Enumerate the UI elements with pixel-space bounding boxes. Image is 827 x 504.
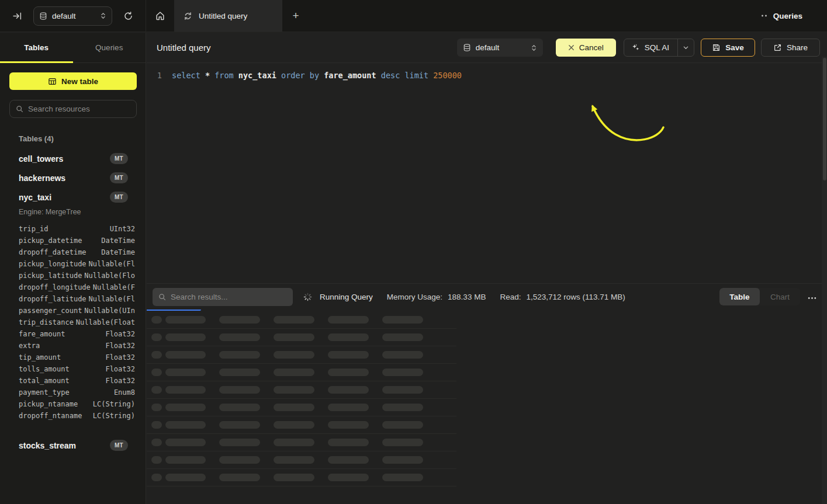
main-panel: Untitled query default <box>147 33 827 504</box>
skeleton-cell <box>165 351 206 359</box>
column-row: pickup_longitudeNullable(Fl <box>19 258 135 270</box>
tab-title: Untitled query <box>199 12 247 20</box>
skeleton-cell <box>328 421 369 429</box>
table-name: nyc_taxi <box>19 193 110 202</box>
query-database-value: default <box>476 43 526 52</box>
share-button[interactable]: Share <box>761 39 820 57</box>
top-bar-right: Queries <box>761 0 827 32</box>
engine-badge: MT <box>110 153 128 164</box>
home-button[interactable] <box>146 0 174 32</box>
sql-query-text: select * from nyc_taxi order by fare_amo… <box>172 69 462 81</box>
close-icon <box>568 44 575 51</box>
database-selector[interactable]: default <box>33 6 112 26</box>
table-row-skeleton <box>147 451 456 469</box>
view-toggle-table[interactable]: Table <box>719 288 760 305</box>
table-row-skeleton <box>147 364 456 381</box>
sql-ai-label: SQL AI <box>645 43 669 52</box>
table-row-skeleton <box>147 346 456 364</box>
refresh-button[interactable] <box>120 8 136 23</box>
cancel-button[interactable]: Cancel <box>556 39 616 57</box>
skeleton-cell <box>274 351 314 359</box>
skeleton-cell <box>219 439 260 446</box>
sidebar-tab-queries[interactable]: Queries <box>73 33 146 62</box>
save-icon <box>712 43 721 52</box>
column-row: tip_amountFloat32 <box>19 352 135 363</box>
skeleton-cell <box>165 316 206 324</box>
skeleton-cell <box>151 421 162 429</box>
code-line: 1 select * from nyc_taxi order by fare_a… <box>147 69 827 81</box>
sidebar-item-cell-towers[interactable]: cell_towers MT <box>0 149 146 168</box>
query-status: Running Query <box>320 293 373 301</box>
skeleton-cell <box>328 316 369 324</box>
sidebar-item-hackernews[interactable]: hackernews MT <box>0 168 146 187</box>
tab-untitled-query[interactable]: Untitled query <box>174 0 282 32</box>
column-row: fare_amountFloat32 <box>19 328 135 340</box>
database-icon <box>463 43 471 52</box>
column-row: dropoff_datetimeDateTime <box>19 246 135 258</box>
column-row: pickup_datetimeDateTime <box>19 235 135 246</box>
query-database-selector[interactable]: default <box>457 39 543 57</box>
results-toolbar: Running Query Memory Usage: 188.33 MB Re… <box>147 283 827 310</box>
refresh-icon <box>123 11 133 21</box>
column-row: pickup_latitudeNullable(Flo <box>19 270 135 281</box>
share-label: Share <box>787 43 808 52</box>
sql-ai-button[interactable]: SQL AI <box>624 39 677 56</box>
column-row: trip_distanceNullable(Float <box>19 317 135 328</box>
query-title: Untitled query <box>157 43 211 53</box>
new-table-button[interactable]: New table <box>9 72 137 90</box>
skeleton-cell <box>165 421 206 429</box>
column-row: dropoff_latitudeNullable(Fl <box>19 293 135 305</box>
more-options-button[interactable] <box>808 293 816 301</box>
skeleton-cell <box>219 386 260 394</box>
tab-strip: Untitled query + <box>146 0 761 32</box>
search-icon <box>16 105 23 113</box>
column-row: total_amountFloat32 <box>19 375 135 387</box>
query-header: Untitled query default <box>147 33 827 63</box>
skeleton-cell <box>151 316 162 324</box>
top-bar: default <box>0 0 827 32</box>
column-row: extraFloat32 <box>19 340 135 352</box>
skeleton-cell <box>151 404 162 411</box>
skeleton-cell <box>328 474 369 481</box>
queries-link[interactable]: Queries <box>761 12 802 20</box>
skeleton-cell <box>151 386 162 394</box>
sidebar-tab-tables[interactable]: Tables <box>0 33 73 62</box>
save-label: Save <box>725 43 744 52</box>
view-toggle-chart[interactable]: Chart <box>760 288 800 305</box>
column-row: passenger_countNullable(UIn <box>19 305 135 317</box>
vertical-scrollbar[interactable] <box>822 57 827 504</box>
collapse-sidebar-button[interactable] <box>9 8 25 23</box>
engine-badge: MT <box>110 440 128 451</box>
skeleton-cell <box>382 386 423 394</box>
skeleton-cell <box>274 369 314 376</box>
skeleton-cell <box>382 369 423 376</box>
skeleton-cell <box>151 474 162 481</box>
sidebar-item-nyc-taxi[interactable]: nyc_taxi MT <box>0 187 146 207</box>
sql-ai-dropdown-button[interactable] <box>677 39 694 56</box>
skeleton-cell <box>219 474 260 481</box>
skeleton-cell <box>151 333 162 341</box>
column-row: trip_idUInt32 <box>19 223 135 235</box>
table-row-skeleton <box>147 381 456 399</box>
skeleton-cell <box>328 456 369 464</box>
skeleton-cell <box>328 439 369 446</box>
search-resources-input[interactable] <box>28 105 130 113</box>
skeleton-cell <box>219 369 260 376</box>
skeleton-cell <box>151 351 162 359</box>
sql-editor[interactable]: 1 select * from nyc_taxi order by fare_a… <box>147 63 827 283</box>
database-icon <box>39 12 47 20</box>
sidebar-item-stocks-stream[interactable]: stocks_stream MT <box>0 436 146 455</box>
new-tab-button[interactable]: + <box>282 0 309 32</box>
save-button[interactable]: Save <box>701 39 755 57</box>
top-bar-left: default <box>0 0 146 32</box>
search-results-input[interactable] <box>171 293 287 301</box>
sql-console-app: default <box>0 0 827 504</box>
table-grid-icon <box>48 77 57 86</box>
skeleton-cell <box>328 369 369 376</box>
tables-section-label: Tables (4) <box>19 134 146 143</box>
scrollbar-thumb[interactable] <box>823 58 826 180</box>
queries-link-label: Queries <box>773 12 802 20</box>
database-selector-value: default <box>52 12 95 20</box>
skeleton-cell <box>165 386 206 394</box>
skeleton-cell <box>328 386 369 394</box>
